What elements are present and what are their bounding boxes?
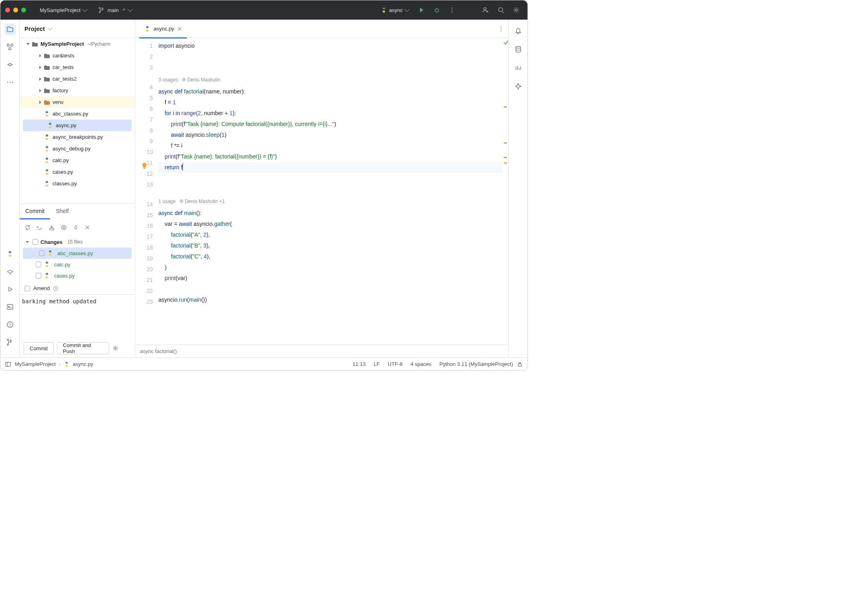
intention-bulb-icon[interactable]	[141, 162, 148, 169]
inspection-ok-icon[interactable]	[503, 39, 508, 46]
nav-bar[interactable]: MySampleProject › async.py	[15, 361, 93, 367]
changes-group[interactable]: Changes 15 files	[20, 236, 135, 248]
notifications-button[interactable]	[513, 25, 524, 37]
debug-button[interactable]	[430, 4, 443, 16]
lock-icon[interactable]	[517, 361, 523, 367]
expand-icon[interactable]	[37, 76, 43, 82]
code-with-me-button[interactable]	[479, 4, 492, 16]
zoom-window-icon[interactable]	[21, 8, 26, 12]
change-item[interactable]: abc_classes.py	[23, 248, 132, 259]
changelist-icon[interactable]	[73, 224, 79, 231]
coverage-button[interactable]	[513, 62, 524, 73]
close-window-icon[interactable]	[5, 8, 10, 12]
expand-icon[interactable]	[37, 88, 43, 93]
collapse-icon[interactable]	[25, 41, 31, 47]
tree-item[interactable]: async_breakpoints.py	[20, 131, 135, 143]
svg-point-3	[452, 12, 453, 13]
tree-item[interactable]: car_tests2	[20, 73, 135, 85]
tree-item[interactable]: classes.py	[20, 178, 135, 189]
collapse-icon[interactable]	[24, 239, 30, 245]
root-path: ~/Pycharm	[87, 41, 110, 47]
expand-icon[interactable]	[37, 65, 43, 70]
tab-commit[interactable]: Commit	[20, 204, 50, 219]
ai-button[interactable]	[513, 81, 524, 92]
problems-button[interactable]	[4, 319, 16, 330]
project-selector[interactable]: MySampleProject	[36, 4, 91, 16]
checkbox[interactable]	[36, 273, 41, 278]
change-item[interactable]: cases.py	[20, 270, 135, 281]
line-separator[interactable]: LF	[369, 361, 383, 367]
chevron-right-icon: ›	[59, 361, 61, 367]
code-editor[interactable]: import asyncio3 usagesDenis Mashutinasyn…	[158, 38, 503, 345]
svg-point-11	[7, 82, 8, 83]
more-tool-button[interactable]	[4, 77, 16, 88]
checkbox[interactable]	[39, 250, 45, 256]
commit-message-input[interactable]: barking method updated	[20, 294, 135, 339]
python-packages-button[interactable]	[4, 266, 16, 277]
python-console-button[interactable]	[4, 248, 16, 260]
refresh-icon[interactable]	[24, 224, 31, 231]
terminal-button[interactable]	[4, 301, 16, 313]
expand-icon[interactable]	[37, 53, 43, 59]
tree-item[interactable]: venv	[20, 96, 135, 108]
run-button[interactable]	[415, 4, 428, 16]
change-item[interactable]: calc.py	[20, 259, 135, 270]
rollback-icon[interactable]	[37, 224, 43, 231]
tree-label: calc.py	[53, 157, 69, 163]
amend-checkbox[interactable]	[24, 286, 30, 291]
commit-push-button[interactable]: Commit and Push	[57, 342, 109, 354]
search-button[interactable]	[495, 4, 507, 16]
minimize-window-icon[interactable]	[13, 8, 18, 12]
close-tab-icon[interactable]	[177, 26, 182, 31]
tab-menu-icon[interactable]	[498, 26, 504, 32]
author-lens[interactable]: Denis Mashutin +1	[185, 199, 225, 204]
tree-root[interactable]: MySampleProject ~/Pycharm	[20, 38, 135, 50]
close-icon[interactable]	[85, 225, 90, 230]
tree-item[interactable]: cases.py	[20, 166, 135, 178]
tree-item[interactable]: abc_classes.py	[20, 108, 135, 120]
tree-item[interactable]: async.py	[23, 120, 132, 131]
checkbox[interactable]	[36, 262, 41, 267]
usages-lens[interactable]: 3 usages	[158, 77, 178, 83]
indent[interactable]: 4 spaces	[406, 361, 435, 367]
chevron-down-icon[interactable]	[47, 25, 53, 30]
project-tree[interactable]: MySampleProject ~/Pycharm car&testscar_t…	[20, 38, 135, 203]
more-menu[interactable]	[446, 4, 458, 16]
commit-tool-button[interactable]	[4, 59, 16, 70]
author-lens[interactable]: Denis Mashutin	[187, 77, 221, 83]
gear-icon[interactable]	[112, 345, 119, 351]
commit-button[interactable]: Commit	[24, 342, 54, 354]
usages-lens[interactable]: 1 usage	[158, 199, 176, 204]
tree-item[interactable]: calc.py	[20, 154, 135, 166]
editor-breadcrumb[interactable]: async factorial()	[135, 345, 508, 357]
history-icon[interactable]	[53, 286, 59, 291]
vcs-button[interactable]	[4, 337, 16, 348]
tree-item[interactable]: car&tests	[20, 50, 135, 61]
settings-button[interactable]	[510, 4, 523, 16]
structure-tool-button[interactable]	[4, 41, 16, 53]
nav-item[interactable]: async.py	[73, 361, 93, 367]
tree-item[interactable]: async_debug.py	[20, 143, 135, 154]
interpreter[interactable]: Python 3.11 (MySampleProject)	[435, 361, 517, 367]
tab-shelf[interactable]: Shelf	[50, 204, 74, 219]
run-config-selector[interactable]: async	[377, 4, 413, 16]
shelve-icon[interactable]	[49, 224, 55, 231]
editor-tab[interactable]: async.py	[139, 20, 187, 38]
encoding[interactable]: UTF-8	[384, 361, 407, 367]
services-button[interactable]	[4, 284, 16, 295]
changes-label: Changes	[41, 239, 63, 245]
tree-item[interactable]: car_tests	[20, 61, 135, 73]
checkbox[interactable]	[32, 239, 38, 245]
project-tool-button[interactable]	[4, 24, 16, 35]
diff-icon[interactable]	[61, 224, 67, 231]
amend-row: Amend	[20, 282, 135, 294]
tree-item[interactable]: factory	[20, 85, 135, 96]
caret-position[interactable]: 11:13	[349, 361, 370, 367]
tree-label: cases.py	[53, 169, 73, 175]
expand-icon[interactable]	[37, 99, 43, 105]
nav-item[interactable]: MySampleProject	[15, 361, 56, 367]
tool-window-toggle-icon[interactable]	[5, 361, 11, 367]
git-branch-selector[interactable]: main	[95, 4, 136, 16]
tree-label: async.py	[56, 122, 76, 128]
database-button[interactable]	[513, 44, 524, 55]
